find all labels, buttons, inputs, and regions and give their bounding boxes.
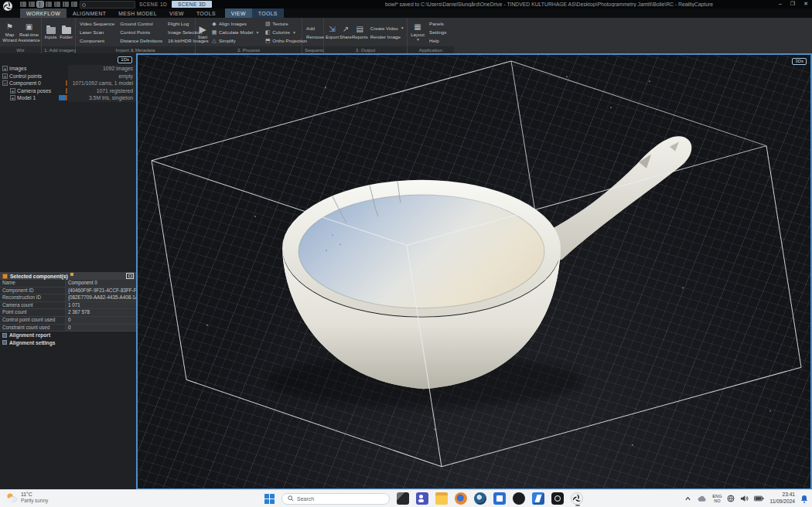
scene-tree: + Images 1092 images + Control points em… xyxy=(0,65,136,102)
taskbar-app-blue-square-icon[interactable] xyxy=(493,492,506,505)
calculate-model-button[interactable]: ▦Calculate Model▼ xyxy=(211,29,259,36)
tree-item-images[interactable]: + Images 1092 images xyxy=(0,65,136,73)
panel-3ds-badge[interactable]: 3Ds xyxy=(792,58,807,65)
tab-mesh-model[interactable]: MESH MODEL xyxy=(112,9,163,18)
tree-item-model-1[interactable]: + Model 1 3.5M tris, singleton xyxy=(0,94,136,102)
inputs-icon xyxy=(46,24,56,34)
video-sequence-button[interactable]: Video Sequence xyxy=(80,20,114,28)
tab-scene3d-tools[interactable]: TOOLS xyxy=(252,9,284,18)
expand-icon[interactable]: + xyxy=(2,66,8,71)
settings-button[interactable]: Settings xyxy=(429,29,446,36)
tree-item-component-0[interactable]: − Component 0 1071/1092 cams, 1 model xyxy=(0,80,136,87)
expand-icon[interactable]: + xyxy=(2,73,8,79)
folder-icon xyxy=(61,24,72,34)
component-button[interactable]: Component xyxy=(80,37,114,45)
map-wizard-button[interactable]: ⚑ Map Wizard xyxy=(2,22,18,43)
control-points-button[interactable]: Control Points xyxy=(120,29,162,36)
layout-preset-5-icon[interactable] xyxy=(54,2,60,7)
start-menu-button[interactable] xyxy=(264,494,275,504)
ortho-projection-button[interactable]: ⬒Ortho Projection xyxy=(264,37,307,45)
align-images-icon: ◆ xyxy=(211,21,217,27)
layout-preset-6-icon[interactable] xyxy=(63,2,69,7)
alignment-settings-section[interactable]: Alignment settings xyxy=(0,339,136,347)
sequence-remove-button[interactable]: Remove xyxy=(306,32,324,40)
alignment-report-section[interactable]: Alignment report xyxy=(0,332,136,339)
selected-component-header[interactable]: Selected component(s) xyxy=(0,272,136,280)
taskbar-app-realitycapture-icon[interactable] xyxy=(571,492,583,505)
onedrive-cloud-icon[interactable] xyxy=(697,495,707,502)
align-images-button[interactable]: ◆Align Images xyxy=(211,20,259,28)
tab-alignment[interactable]: ALIGNMENT xyxy=(67,9,112,18)
texture-button[interactable]: ▨Texture xyxy=(264,20,307,28)
clock-time: 23:41 xyxy=(769,492,795,498)
volume-icon[interactable] xyxy=(740,495,749,502)
tree-item-camera-poses[interactable]: + Camera poses 1071 registered xyxy=(0,87,136,95)
distance-definitions-button[interactable]: Distance Definitions xyxy=(120,37,162,45)
tab-tools[interactable]: TOOLS xyxy=(190,9,222,18)
notification-bell-icon[interactable] xyxy=(800,495,808,503)
battery-icon[interactable] xyxy=(754,495,764,502)
network-icon[interactable] xyxy=(727,495,735,502)
taskbar-app-xbox-icon[interactable] xyxy=(551,492,564,505)
folder-button[interactable]: Folder xyxy=(59,24,73,39)
calculate-model-icon: ▦ xyxy=(211,29,217,36)
start-button[interactable]: ▶ Start xyxy=(197,24,208,39)
help-button[interactable]: Help xyxy=(429,37,446,45)
sequence-add-button[interactable]: Add xyxy=(306,24,324,32)
layout-preset-1-icon[interactable] xyxy=(20,2,26,7)
tab-workflow[interactable]: WORKFLOW xyxy=(20,9,67,18)
section-toggle-icon[interactable] xyxy=(2,333,7,338)
maximize-button[interactable]: ❐ xyxy=(790,1,795,7)
taskbar-app-teams-icon[interactable] xyxy=(416,492,428,505)
expand-icon[interactable]: + xyxy=(10,95,15,100)
active-app-indicator xyxy=(575,505,580,506)
taskbar-clock[interactable]: 23:41 11/09/2024 xyxy=(769,492,795,505)
popout-panel-icon[interactable] xyxy=(126,273,134,279)
panels-button[interactable]: Panels xyxy=(429,20,446,28)
viewport-3d[interactable]: 3Ds xyxy=(136,53,812,490)
tab-scene3d-view[interactable]: VIEW xyxy=(225,9,252,18)
ribbon: ⚑ Map Wizard ▣ Real-time Assistance Wiz … xyxy=(0,18,812,53)
tab-view[interactable]: VIEW xyxy=(163,9,190,18)
layout-preset-4-icon[interactable] xyxy=(46,2,52,7)
colorize-button[interactable]: ◧Colorize▼ xyxy=(264,29,307,36)
layout-preset-2-icon[interactable] xyxy=(29,2,35,7)
taskbar-app-round-blue-icon[interactable] xyxy=(474,492,486,505)
ground-control-button[interactable]: Ground Control xyxy=(120,20,162,28)
title-bar: ↶ ↷ SCENE 1D SCENE 3D bowl* saved to C:\… xyxy=(0,0,812,9)
minimize-button[interactable]: – xyxy=(779,1,782,7)
tray-chevron-icon[interactable] xyxy=(684,495,691,502)
taskbar-app-blue-tile-icon[interactable] xyxy=(532,492,544,505)
panel-1ds-badge[interactable]: 1Ds xyxy=(118,56,132,63)
collapse-icon[interactable]: − xyxy=(2,80,8,86)
scene-search-input[interactable] xyxy=(80,1,135,9)
taskbar-app-dark-circle-icon[interactable] xyxy=(513,492,525,505)
laser-scan-button[interactable]: Laser Scan xyxy=(80,29,114,36)
realtime-assistance-button[interactable]: ▣ Real-time Assistance xyxy=(19,22,39,43)
create-video-button[interactable]: Create Video▼ xyxy=(370,24,404,32)
component-badge-icon xyxy=(70,273,73,276)
simplify-icon: △ xyxy=(211,38,217,44)
expand-icon[interactable]: + xyxy=(10,88,15,94)
taskbar-app-window-dark-icon[interactable] xyxy=(397,492,409,505)
taskbar-app-browser-icon[interactable] xyxy=(455,492,467,505)
tree-item-control-points[interactable]: + Control points empty xyxy=(0,73,136,80)
reports-button[interactable]: ▤ Reports xyxy=(353,24,367,39)
render-image-button[interactable]: Render Image xyxy=(370,32,404,40)
scene-3d-tab[interactable]: SCENE 3D xyxy=(172,1,212,8)
taskbar-search[interactable]: Search xyxy=(281,493,390,505)
inputs-button[interactable]: Inputs xyxy=(43,24,58,39)
layout-button[interactable]: ▦ Layout ▼ xyxy=(409,22,426,43)
language-indicator[interactable]: ENG NO xyxy=(712,494,722,504)
layout-preset-3-icon[interactable] xyxy=(37,2,43,7)
export-button[interactable]: ⇲ Export xyxy=(326,24,339,39)
share-button[interactable]: ↗ Share xyxy=(339,24,352,39)
close-button[interactable]: ✕ xyxy=(803,1,808,7)
taskbar-weather-widget[interactable]: 11°C Partly sunny xyxy=(5,492,48,504)
taskbar-app-file-explorer-icon[interactable] xyxy=(435,492,448,505)
section-toggle-icon[interactable] xyxy=(2,340,7,345)
viewport-canvas[interactable] xyxy=(138,55,810,488)
layout-preset-7-icon[interactable] xyxy=(71,2,77,7)
simplify-button[interactable]: △Simplify xyxy=(211,37,259,45)
scene-1d-tab[interactable]: SCENE 1D xyxy=(139,2,167,7)
